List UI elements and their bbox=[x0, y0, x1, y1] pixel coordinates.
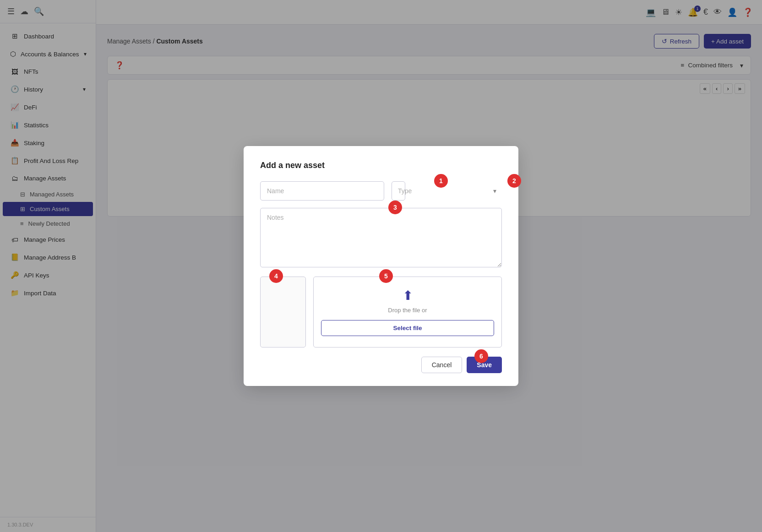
upload-icon: ⬆ bbox=[403, 288, 413, 303]
file-drop-area[interactable]: ⬆ Drop the file or Select file bbox=[313, 277, 502, 347]
cancel-button[interactable]: Cancel bbox=[421, 357, 463, 373]
drop-text: Drop the file or bbox=[388, 307, 427, 314]
step-2-badge: 2 bbox=[507, 174, 521, 188]
modal-overlay[interactable]: Add a new asset 1 2 ▾ Type bbox=[0, 0, 762, 532]
save-button[interactable]: Save bbox=[467, 357, 502, 373]
select-file-button[interactable]: Select file bbox=[321, 320, 494, 336]
add-asset-modal: Add a new asset 1 2 ▾ Type bbox=[244, 146, 518, 386]
modal-name-type-row: 1 2 ▾ Type bbox=[260, 181, 502, 201]
name-input[interactable] bbox=[260, 181, 384, 201]
type-select[interactable] bbox=[392, 181, 405, 201]
type-select-wrapper: ▾ Type bbox=[392, 181, 502, 201]
type-chevron-icon: ▾ bbox=[493, 187, 496, 195]
notes-wrapper: 3 bbox=[260, 208, 502, 277]
modal-file-row: 4 5 ⬆ Drop the file or Select file bbox=[260, 277, 502, 347]
modal-title: Add a new asset bbox=[260, 161, 502, 170]
modal-footer: 6 Cancel Save bbox=[260, 357, 502, 373]
icon-preview bbox=[260, 277, 306, 347]
notes-textarea[interactable] bbox=[260, 208, 502, 267]
